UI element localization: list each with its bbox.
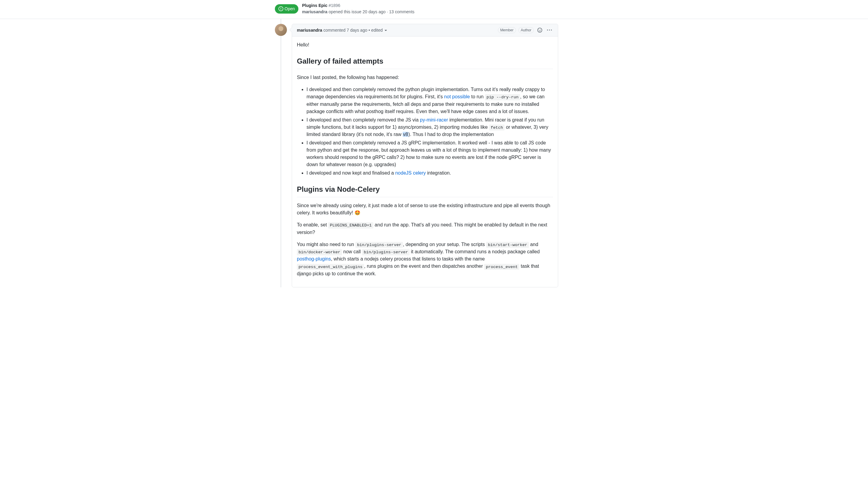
link-posthog-plugins[interactable]: posthog-plugins [297, 256, 331, 261]
body-text: Since we're already using celery, it jus… [297, 202, 553, 216]
issue-opener[interactable]: mariusandra [302, 9, 327, 14]
list-item: I developed and then completely removed … [307, 86, 553, 115]
body-text: Hello! [297, 41, 553, 49]
inline-code: pip --dry-run [485, 94, 520, 100]
link-nodejs-celery[interactable]: nodeJS celery [395, 170, 426, 176]
issue-open-icon [278, 6, 283, 11]
inline-code: process_event_with_plugins [297, 264, 364, 270]
kebab-icon [547, 28, 552, 33]
sticky-issue-header: Open Plugins Epic #1896 mariusandra open… [0, 0, 868, 19]
inline-code: PLUGINS_ENABLED=1 [328, 222, 373, 228]
add-reaction-button[interactable] [536, 27, 544, 34]
link-py-mini-racer[interactable]: py-mini-racer [420, 117, 448, 122]
link-not-possible[interactable]: not possible [444, 94, 470, 99]
comment-header: mariusandra commented 7 days ago • edite… [292, 24, 558, 36]
issue-state-badge: Open [275, 4, 299, 13]
list-item: I developed and then completely removed … [307, 139, 553, 168]
edited-dropdown[interactable]: edited [371, 27, 387, 33]
comment: mariusandra commented 7 days ago • edite… [275, 24, 558, 287]
member-badge: Member [498, 27, 516, 33]
body-text: Since I last posted, the following has h… [297, 74, 553, 81]
inline-code: bin/start-worker [486, 242, 529, 248]
body-text: You might also need to run bin/plugins-s… [297, 241, 553, 277]
comment-body: Hello! Gallery of failed attempts Since … [292, 36, 558, 287]
failed-attempts-list: I developed and then completely removed … [297, 86, 553, 177]
list-item: I developed and then completely removed … [307, 116, 553, 138]
inline-code: bin/docker-worker [297, 249, 342, 255]
inline-code: bin/plugins-server [362, 249, 410, 255]
author-badge: Author [518, 27, 534, 33]
inline-code: process_event [484, 264, 519, 270]
issue-subline: mariusandra opened this issue 20 days ag… [302, 9, 414, 15]
highlighted-text: v8 [403, 132, 408, 137]
issue-state-text: Open [284, 6, 295, 12]
inline-code: bin/plugins-server [355, 242, 403, 248]
heading-gallery: Gallery of failed attempts [297, 56, 553, 69]
kebab-menu-button[interactable] [546, 27, 553, 34]
heading-plugins: Plugins via Node-Celery [297, 184, 553, 197]
body-text: To enable, set PLUGINS_ENABLED=1 and run… [297, 221, 553, 236]
caret-down-icon [384, 30, 387, 31]
avatar[interactable] [275, 24, 287, 36]
smiley-icon [537, 28, 542, 33]
list-item: I developed and now kept and finalised a… [307, 170, 553, 177]
issue-number: #1896 [329, 3, 340, 8]
issue-title[interactable]: Plugins Epic [302, 3, 327, 8]
commented-label: commented [323, 27, 345, 33]
comment-timestamp[interactable]: 7 days ago [347, 27, 367, 33]
comment-author-link[interactable]: mariusandra [297, 27, 322, 33]
inline-code: fetch [489, 124, 505, 130]
